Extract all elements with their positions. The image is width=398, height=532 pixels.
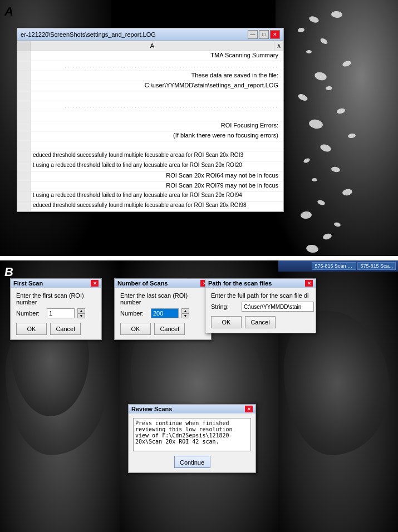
scanning-summary-dialog[interactable]: er-121220\ScreenShots\settings_and_repor… bbox=[17, 28, 284, 212]
review-scans-textarea[interactable]: Press continue when finished reviewing t… bbox=[133, 418, 251, 451]
path-string-input[interactable] bbox=[242, 302, 314, 312]
spinner-up[interactable]: ▲ bbox=[77, 308, 85, 313]
taskbar-item-1[interactable]: 575-815 Scan (20%) bbox=[312, 262, 356, 270]
section-label-a: A bbox=[4, 4, 13, 19]
row-num bbox=[17, 91, 31, 101]
cell-content bbox=[31, 91, 283, 101]
cell-content: educed threshold successfully found mult… bbox=[31, 201, 283, 211]
num-scans-ok-button[interactable]: OK bbox=[120, 323, 151, 335]
panel-a: A er-121220\ScreenShots\settings_and_rep… bbox=[0, 0, 398, 256]
first-scan-field-label: Number: bbox=[16, 310, 44, 317]
num-scans-input-row: Number: ▲ ▼ bbox=[120, 308, 205, 318]
taskbar-item-2[interactable]: 575-815 Sca... bbox=[357, 262, 396, 270]
num-scans-spinner[interactable]: ▲ ▼ bbox=[181, 308, 189, 318]
row-num-header bbox=[17, 41, 31, 51]
first-scan-title: First Scan bbox=[13, 280, 43, 287]
review-scans-dialog[interactable]: Review Scans ✕ Press continue when finis… bbox=[128, 404, 256, 473]
row-num bbox=[17, 161, 31, 171]
table-row: ROI Focusing Errors: bbox=[17, 121, 283, 131]
first-scan-ok-button[interactable]: OK bbox=[16, 323, 47, 335]
table-row: ROI Scan 20x ROI64 may not be in focus bbox=[17, 171, 283, 181]
path-cancel-button[interactable]: Cancel bbox=[245, 316, 276, 328]
panel-b: B 575-815 Scan (20%) 575-815 Sca... Firs… bbox=[0, 260, 398, 532]
table-row: t using a reduced threshold failed to fi… bbox=[17, 161, 283, 171]
first-scan-dialog[interactable]: First Scan ✕ Enter the first scan (ROI) … bbox=[10, 278, 102, 340]
review-scans-body: Press continue when finished reviewing t… bbox=[129, 413, 255, 472]
table-row: educed threshold successfully found mult… bbox=[17, 151, 283, 161]
path-buttons: OK Cancel bbox=[211, 316, 310, 328]
first-scan-number-input[interactable] bbox=[47, 308, 75, 318]
cell-content: educed threshold successfully found mult… bbox=[31, 151, 283, 161]
table-row: t using a reduced threshold failed to fi… bbox=[17, 191, 283, 201]
table-row: ........................................… bbox=[17, 61, 283, 71]
review-scans-close-button[interactable]: ✕ bbox=[245, 406, 253, 412]
num-scans-dialog[interactable]: Number of Scans ✕ Enter the last scan (R… bbox=[114, 278, 212, 340]
table-row bbox=[17, 141, 283, 151]
close-button[interactable]: ✕ bbox=[270, 30, 280, 39]
review-continue-button[interactable]: Continue bbox=[174, 456, 210, 468]
first-scan-cancel-button[interactable]: Cancel bbox=[50, 323, 81, 335]
row-num bbox=[17, 111, 31, 121]
row-num bbox=[17, 151, 31, 161]
path-body: Enter the full path for the scan file di… bbox=[205, 288, 316, 333]
table-row bbox=[17, 111, 283, 121]
taskbar-strip[interactable]: 575-815 Scan (20%) 575-815 Sca... bbox=[278, 260, 398, 272]
table-row: (If blank there were no focusing errors) bbox=[17, 131, 283, 141]
num-scans-field-label: Number: bbox=[120, 310, 148, 317]
table-row: TMA Scanning Summary bbox=[17, 51, 283, 61]
first-scan-buttons: OK Cancel bbox=[16, 323, 96, 335]
column-headers: A ∧ bbox=[17, 41, 283, 51]
row-num bbox=[17, 171, 31, 181]
section-label-b: B bbox=[4, 265, 13, 279]
path-close-button[interactable]: ✕ bbox=[305, 280, 313, 287]
spinner-up[interactable]: ▲ bbox=[181, 308, 189, 313]
path-ok-button[interactable]: OK bbox=[211, 316, 242, 328]
row-num bbox=[17, 101, 31, 111]
num-scans-body: Enter the last scan (ROI) number Number:… bbox=[115, 288, 211, 339]
microscopy-bg-right bbox=[276, 0, 398, 256]
minimize-button[interactable]: — bbox=[248, 30, 258, 39]
num-scans-number-input[interactable] bbox=[151, 308, 179, 318]
cell-content: t using a reduced threshold failed to fi… bbox=[31, 161, 283, 171]
num-scans-buttons: OK Cancel bbox=[120, 323, 205, 335]
dialog-title: er-121220\ScreenShots\settings_and_repor… bbox=[21, 31, 156, 38]
maximize-button[interactable]: □ bbox=[259, 30, 269, 39]
dialog-titlebar: er-121220\ScreenShots\settings_and_repor… bbox=[17, 28, 283, 41]
section-divider bbox=[0, 256, 398, 260]
row-num bbox=[17, 71, 31, 81]
review-scans-titlebar: Review Scans ✕ bbox=[129, 405, 255, 413]
path-titlebar: Path for the scan files ✕ bbox=[205, 279, 316, 288]
cell-content: ........................................… bbox=[31, 61, 283, 71]
row-num bbox=[17, 191, 31, 201]
num-scans-cancel-button[interactable]: Cancel bbox=[154, 323, 185, 335]
row-num bbox=[17, 131, 31, 141]
row-num bbox=[17, 141, 31, 151]
path-dialog[interactable]: Path for the scan files ✕ Enter the full… bbox=[205, 278, 316, 333]
row-num bbox=[17, 61, 31, 71]
first-scan-close-button[interactable]: ✕ bbox=[91, 280, 99, 287]
cell-content bbox=[31, 111, 283, 121]
first-scan-input-row: Number: ▲ ▼ bbox=[16, 308, 96, 318]
row-num bbox=[17, 121, 31, 131]
cell-content: TMA Scanning Summary bbox=[31, 51, 283, 61]
spinner-down[interactable]: ▼ bbox=[181, 313, 189, 318]
table-row bbox=[17, 91, 283, 101]
cell-content: These data are saved in the file: bbox=[31, 71, 283, 81]
spinner-down[interactable]: ▼ bbox=[77, 313, 85, 318]
spreadsheet-area: A ∧ TMA Scanning Summary ...............… bbox=[17, 41, 283, 211]
num-scans-label: Enter the last scan (ROI) number bbox=[120, 292, 205, 306]
scroll-indicator[interactable]: ∧ bbox=[274, 41, 283, 51]
cell-content: ROI Scan 20x ROI64 may not be in focus bbox=[31, 171, 283, 181]
first-scan-label: Enter the first scan (ROI) number bbox=[16, 292, 96, 306]
path-title: Path for the scan files bbox=[208, 280, 272, 287]
cell-content: ........................................… bbox=[31, 101, 283, 111]
cell-content: C:\user\YYMMDD\stain\settings_and_report… bbox=[31, 81, 283, 91]
table-row: ........................................… bbox=[17, 101, 283, 111]
cell-content: ROI Scan 20x ROI79 may not be in focus bbox=[31, 181, 283, 191]
col-a-header: A bbox=[31, 41, 274, 51]
path-field-label: String: bbox=[211, 303, 239, 310]
first-scan-spinner[interactable]: ▲ ▼ bbox=[77, 308, 85, 318]
window-controls[interactable]: — □ ✕ bbox=[248, 30, 280, 39]
cell-content: t using a reduced threshold failed to fi… bbox=[31, 191, 283, 201]
row-num bbox=[17, 201, 31, 211]
